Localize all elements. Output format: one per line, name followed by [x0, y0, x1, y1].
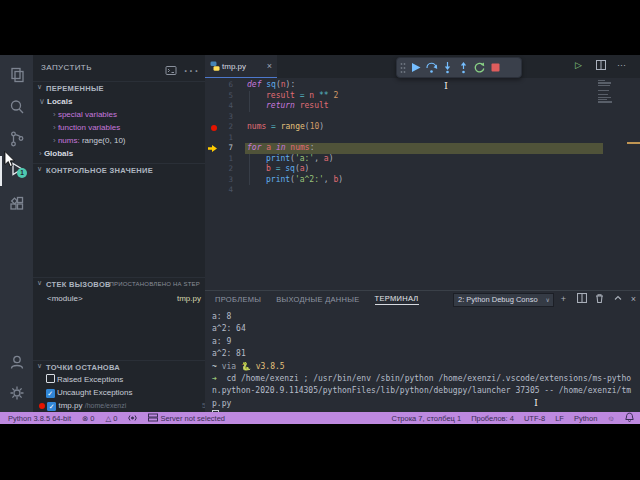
- editor-group: tmp.py × ▷ ··· 6def sq(n):5result = n: [205, 55, 640, 412]
- account-button[interactable]: [0, 351, 33, 377]
- line-number: 4: [205, 185, 233, 196]
- drag-handle[interactable]: [399, 60, 407, 76]
- split-editor-icon[interactable]: [596, 60, 606, 72]
- screen: 1 ЗАПУСТИТЬ ··· ∨ ПЕРЕМЕННЫЕ ∨ Locals›: [0, 0, 640, 480]
- run-icon[interactable]: ▷: [575, 60, 582, 70]
- status-item-server-icon[interactable]: Server not selected: [148, 413, 225, 424]
- code-editor[interactable]: 6def sq(n):5result = n ** 24return resul…: [205, 78, 640, 290]
- new-terminal-icon[interactable]: +: [557, 293, 570, 306]
- breakpoint-row[interactable]: ✓ tmp.py /home/exenzi5: [33, 399, 211, 412]
- code-line[interactable]: 1print('a:', a): [205, 154, 640, 165]
- step-into-button[interactable]: [439, 60, 455, 76]
- stop-button[interactable]: [487, 60, 503, 76]
- breakpoint-checkbox[interactable]: ✓: [46, 389, 55, 398]
- code-line[interactable]: 4return result: [205, 101, 640, 112]
- continue-button[interactable]: [407, 60, 423, 76]
- status-item-error-icon[interactable]: ⊗0: [82, 414, 94, 423]
- section-variables[interactable]: ∨ ПЕРЕМЕННЫЕ: [33, 81, 205, 96]
- breakpoint-row[interactable]: Raised Exceptions: [33, 373, 211, 386]
- terminal-line: ~ via 🐍 v3.8.5: [212, 361, 632, 373]
- variables-row[interactable]: › nums: range(0, 10): [33, 134, 225, 147]
- line-number: 3: [205, 175, 233, 186]
- code-line[interactable]: 2nums = range(10): [205, 122, 640, 133]
- status-item[interactable]: Python 3.8.5 64-bit: [8, 414, 71, 423]
- ibeam-cursor: I: [444, 80, 448, 91]
- variables-row[interactable]: ∨ Locals: [33, 95, 211, 108]
- minimap-line: [598, 101, 612, 102]
- code-line[interactable]: 1: [205, 133, 640, 144]
- terminal-select[interactable]: 2: Python Debug Conso ∨: [453, 293, 554, 307]
- status-item[interactable]: Строка 7, столбец 1: [391, 414, 461, 423]
- warning-icon: △: [105, 414, 111, 423]
- variables-row[interactable]: › special variables: [33, 108, 225, 121]
- variables-row[interactable]: › Globals: [33, 147, 211, 160]
- status-item[interactable]: Пробелов: 4: [471, 414, 514, 423]
- sidebar-item-extensions[interactable]: [0, 193, 33, 219]
- maximize-panel-icon[interactable]: [611, 293, 624, 306]
- status-item-broadcast-icon[interactable]: [128, 413, 137, 424]
- minimap-line: [598, 94, 608, 95]
- settings-button[interactable]: [0, 382, 33, 408]
- feedback-icon: ☺: [607, 414, 615, 423]
- sidebar-title-bar: ЗАПУСТИТЬ ···: [33, 55, 205, 79]
- panel-tab-терминал[interactable]: ТЕРМИНАЛ: [375, 294, 419, 305]
- status-item[interactable]: UTF-8: [524, 414, 545, 423]
- sidebar-item-search[interactable]: [0, 96, 33, 122]
- debug-console-icon[interactable]: [165, 62, 177, 80]
- code-line[interactable]: 3print('a^2:', b): [205, 175, 640, 186]
- step-over-button[interactable]: [423, 60, 439, 76]
- code-line[interactable]: 4: [205, 185, 640, 196]
- terminal-line: a: 8: [212, 311, 632, 323]
- section-call-stack[interactable]: ∨ СТЕК ВЫЗОВОВ ПРИОСТАНОВЛЕНО НА STEP: [33, 277, 205, 292]
- line-number: 1: [205, 154, 233, 165]
- status-item-warning-icon[interactable]: △0: [105, 414, 117, 423]
- status-item[interactable]: LF: [555, 414, 564, 423]
- line-number: 5: [205, 91, 233, 102]
- close-icon[interactable]: ×: [267, 61, 272, 71]
- status-item[interactable]: Python: [574, 414, 597, 423]
- error-icon: ⊗: [82, 414, 88, 423]
- vscode-window: 1 ЗАПУСТИТЬ ··· ∨ ПЕРЕМЕННЫЕ ∨ Locals›: [0, 55, 640, 412]
- debug-toolbar: [396, 57, 522, 78]
- kill-terminal-icon[interactable]: [593, 293, 606, 306]
- breakpoint-checkbox[interactable]: ✓: [47, 402, 56, 411]
- status-item-bell-icon[interactable]: [625, 412, 634, 424]
- status-item-feedback-icon[interactable]: ☺: [607, 414, 615, 423]
- panel-tab-проблемы[interactable]: ПРОБЛЕМЫ: [215, 295, 261, 304]
- more-actions-icon[interactable]: ···: [617, 60, 626, 70]
- more-actions-icon[interactable]: ···: [183, 62, 199, 80]
- breakpoint-row[interactable]: ✓ Uncaught Exceptions: [33, 386, 211, 399]
- chevron-icon: ∨: [39, 97, 47, 106]
- active-view-indicator: [0, 156, 2, 186]
- code-line[interactable]: 7for a in nums:: [205, 143, 640, 154]
- status-bar: Python 3.8.5 64-bit⊗0△0Server not select…: [0, 412, 640, 424]
- split-terminal-icon[interactable]: [575, 293, 588, 306]
- close-panel-icon[interactable]: ×: [627, 293, 640, 306]
- chevron-down-icon: ∨: [37, 362, 42, 370]
- line-number: 3: [205, 112, 233, 123]
- step-out-button[interactable]: [455, 60, 471, 76]
- code-line[interactable]: 6def sq(n):: [205, 80, 640, 91]
- sidebar-title: ЗАПУСТИТЬ: [41, 63, 92, 72]
- sidebar-item-explorer[interactable]: [0, 64, 33, 90]
- terminal-output[interactable]: a: 8a^2: 64a: 9a^2: 81~ via 🐍 v3.8.5➜ cd…: [212, 311, 632, 424]
- more-actions-icon[interactable]: ···: [387, 293, 395, 302]
- minimap-line: [598, 85, 610, 86]
- breakpoint-checkbox[interactable]: [46, 374, 55, 383]
- restart-button[interactable]: [471, 60, 487, 76]
- tab-tmp-py[interactable]: tmp.py ×: [205, 55, 277, 78]
- chevron-down-icon: ∨: [37, 165, 42, 173]
- code-text: print('a^2:', b): [247, 175, 343, 186]
- section-watch[interactable]: ∨ КОНТРОЛЬНОЕ ЗНАЧЕНИЕ: [33, 163, 205, 178]
- status-left: Python 3.8.5 64-bit⊗0△0Server not select…: [0, 413, 225, 424]
- minimap[interactable]: [598, 80, 614, 106]
- ibeam-cursor: I: [534, 397, 538, 408]
- debug-current-line-arrow: [208, 145, 218, 152]
- call-stack-frame[interactable]: <module>tmp.py7:1: [33, 292, 219, 305]
- variables-row[interactable]: › function variables: [33, 121, 225, 134]
- minimap-line: [598, 97, 611, 98]
- code-line[interactable]: 2b = sq(a): [205, 164, 640, 175]
- code-line[interactable]: 3: [205, 112, 640, 123]
- code-line[interactable]: 5result = n ** 2: [205, 91, 640, 102]
- panel-tab-выходные данные[interactable]: ВЫХОДНЫЕ ДАННЫЕ: [276, 295, 359, 304]
